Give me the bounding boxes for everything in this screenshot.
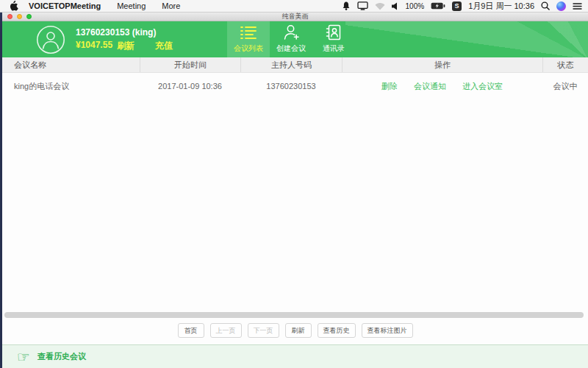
battery-icon[interactable]: [431, 2, 445, 10]
recharge-link[interactable]: 充值: [155, 40, 173, 52]
macos-menu-bar: VOICETOPMeeting Meeting More 100% S 1月9日…: [0, 0, 588, 13]
pointing-hand-icon: ☞: [17, 350, 30, 364]
prev-page-button[interactable]: 上一页: [210, 323, 242, 338]
view-history-meetings-link[interactable]: 查看历史会议: [37, 351, 86, 362]
app-window: 纯音美画 13760230153 (king) ¥1047.55 刷新 充值: [2, 12, 588, 368]
notification-center-icon[interactable]: [573, 2, 582, 10]
battery-percent: 100%: [406, 2, 425, 10]
header-rays-decoration: [345, 21, 588, 57]
tab-label: 会议列表: [234, 43, 263, 54]
menu-app-name[interactable]: VOICETOPMeeting: [29, 1, 101, 10]
operations-cell: 删除 会议通知 进入会议室: [342, 73, 542, 99]
balance-amount: ¥1047.55: [76, 40, 112, 52]
input-method-icon[interactable]: S: [452, 1, 462, 11]
column-header-operations: 操作: [342, 57, 542, 72]
tab-label: 创建会议: [276, 43, 306, 54]
header-tabs: 会议列表 创建会议 通讯录: [227, 21, 355, 57]
first-page-button[interactable]: 首页: [178, 323, 204, 338]
delete-link[interactable]: 删除: [381, 81, 398, 92]
user-nickname: (king): [132, 27, 157, 38]
refresh-list-button[interactable]: 刷新: [285, 323, 312, 338]
table-header: 会议名称 开始时间 主持人号码 操作 状态: [2, 57, 588, 73]
column-header-host-number: 主持人号码: [240, 57, 342, 72]
meeting-notice-link[interactable]: 会议通知: [414, 81, 446, 92]
refresh-balance-link[interactable]: 刷新: [117, 40, 135, 52]
view-history-button[interactable]: 查看历史: [318, 323, 356, 338]
footer-bar[interactable]: ☞ 查看历史会议: [2, 344, 588, 368]
tab-create-meeting[interactable]: 创建会议: [270, 21, 312, 57]
user-avatar-icon: [36, 25, 65, 54]
window-titlebar[interactable]: 纯音美画: [2, 12, 588, 21]
column-header-status: 状态: [542, 57, 588, 72]
column-header-meeting-name: 会议名称: [2, 57, 140, 72]
zoom-button[interactable]: [26, 14, 32, 19]
window-title: 纯音美画: [2, 12, 588, 21]
minimize-button[interactable]: [17, 14, 22, 19]
spotlight-icon[interactable]: [541, 1, 550, 10]
contacts-icon: [326, 24, 342, 41]
column-header-start-time: 开始时间: [140, 57, 240, 72]
create-meeting-icon: [283, 24, 300, 41]
wifi-icon[interactable]: [375, 2, 385, 10]
tab-meeting-list[interactable]: 会议列表: [227, 21, 270, 57]
meeting-list-icon: [240, 24, 257, 41]
bell-icon[interactable]: [342, 1, 351, 11]
balance-line: ¥1047.55 刷新 充值: [76, 40, 173, 52]
app-header: 13760230153 (king) ¥1047.55 刷新 充值 会议列表 创…: [2, 21, 588, 57]
table-row: king的电话会议 2017-01-09 10:36 13760230153 删…: [2, 73, 588, 99]
display-icon[interactable]: [357, 1, 368, 11]
view-annotated-images-button[interactable]: 查看标注图片: [362, 323, 413, 338]
horizontal-scrollbar[interactable]: [4, 312, 584, 318]
user-phone: 13760230153: [76, 27, 129, 38]
menu-more[interactable]: More: [162, 1, 180, 10]
next-page-button[interactable]: 下一页: [248, 323, 279, 338]
pagination-bar: 首页 上一页 下一页 刷新 查看历史 查看标注图片: [2, 323, 588, 338]
menu-meeting[interactable]: Meeting: [117, 1, 146, 10]
status-cell: 会议中: [542, 73, 588, 99]
enter-meeting-room-link[interactable]: 进入会议室: [462, 81, 503, 92]
siri-icon[interactable]: [556, 1, 566, 11]
user-line: 13760230153 (king): [76, 27, 156, 38]
apple-menu-icon[interactable]: [9, 1, 18, 11]
tab-label: 通讯录: [323, 43, 345, 54]
menubar-datetime[interactable]: 1月9日 周一 10:36: [468, 1, 534, 12]
tab-contacts[interactable]: 通讯录: [312, 21, 355, 57]
close-button[interactable]: [7, 14, 12, 19]
meeting-name-cell: king的电话会议: [2, 73, 140, 99]
start-time-cell: 2017-01-09 10:36: [140, 73, 240, 99]
volume-icon[interactable]: [392, 2, 399, 10]
host-number-cell: 13760230153: [240, 73, 342, 99]
